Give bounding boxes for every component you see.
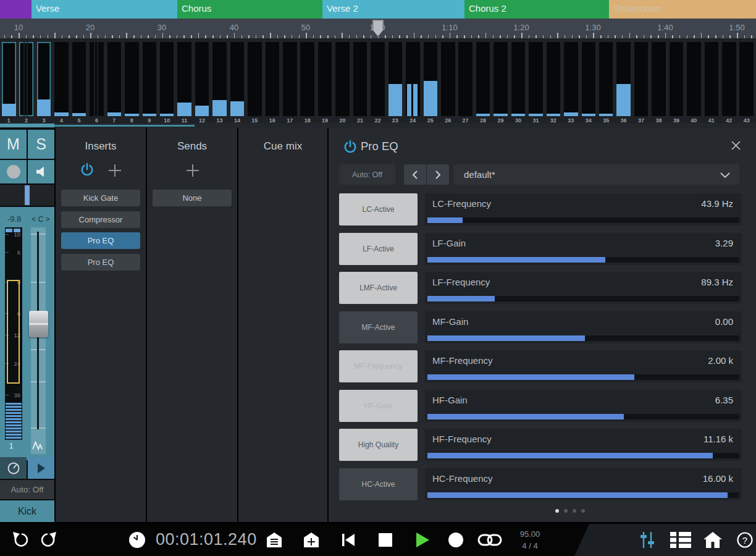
time-display[interactable]: 00:01:01.240 <box>156 530 257 549</box>
overview-bar-column[interactable] <box>371 42 385 116</box>
channel-list-button[interactable] <box>668 524 693 556</box>
param-row[interactable]: HF-Frequency11.16 k <box>425 429 742 461</box>
overview-bar-column[interactable] <box>230 42 245 116</box>
param-slider[interactable] <box>427 296 739 301</box>
play-button[interactable] <box>413 524 432 556</box>
arrangement-section[interactable]: Shakedown <box>609 0 756 19</box>
param-slider[interactable] <box>427 335 739 341</box>
home-button[interactable] <box>700 524 725 556</box>
overview-bar-column[interactable] <box>125 42 139 116</box>
plugin-bypass-button[interactable] <box>343 140 357 157</box>
overview-bar-column[interactable] <box>634 42 649 116</box>
insert-slot-button[interactable]: Compressor <box>61 211 140 228</box>
param-toggle-button[interactable]: High Quality <box>339 429 418 461</box>
overview-bar-column[interactable] <box>388 42 403 116</box>
overview-bar-column[interactable] <box>248 42 262 116</box>
solo-button[interactable]: S <box>28 130 54 159</box>
loop-button[interactable] <box>477 524 503 556</box>
preset-dropdown[interactable]: default* <box>454 164 739 185</box>
overview-bar-column[interactable] <box>564 42 578 116</box>
return-to-start-button[interactable] <box>338 524 358 556</box>
param-row[interactable]: LF-Frequency89.3 Hz <box>425 272 742 304</box>
track-name-button[interactable]: Kick <box>0 500 54 522</box>
param-toggle-button[interactable]: LC-Active <box>339 193 418 225</box>
page-dot[interactable] <box>581 509 585 513</box>
monitor-button[interactable] <box>28 160 54 183</box>
param-row[interactable]: MF-Gain0.00 <box>425 311 742 343</box>
arrangement-marker-lane[interactable]: VerseChorusVerse 2Chorus 2Shakedown <box>0 0 756 19</box>
param-toggle-button[interactable]: LMF-Active <box>339 272 418 304</box>
overview-bar-column[interactable] <box>266 42 280 116</box>
arrangement-section[interactable]: Chorus 2 <box>464 0 609 19</box>
close-plugin-button[interactable] <box>731 140 741 153</box>
overview-bar-column[interactable] <box>90 42 104 116</box>
overview-bar-column[interactable] <box>599 42 613 116</box>
page-dot[interactable] <box>573 509 576 513</box>
arrangement-section[interactable]: Verse <box>32 0 177 19</box>
add-insert-button[interactable] <box>107 163 122 180</box>
pan-handle[interactable] <box>25 185 30 205</box>
overview-bar-column[interactable] <box>511 42 526 116</box>
pan-control[interactable] <box>0 185 54 206</box>
overview-bar-column[interactable] <box>458 42 472 116</box>
overview-bar-column[interactable] <box>670 42 684 116</box>
overview-bar-column[interactable] <box>335 42 350 116</box>
overview-bar-column[interactable] <box>476 42 490 116</box>
overview-bar-column[interactable] <box>353 42 368 116</box>
param-slider[interactable] <box>427 492 739 498</box>
overview-bar-column[interactable] <box>143 42 157 116</box>
send-slot-button[interactable]: None <box>153 190 232 206</box>
overview-bar-column[interactable] <box>582 42 596 116</box>
overview-bar-column[interactable] <box>54 42 69 116</box>
overview-bar-column[interactable] <box>2 42 16 116</box>
arrangement-section[interactable]: Verse 2 <box>322 0 464 19</box>
overview-bar-column[interactable] <box>441 42 455 116</box>
overview-bar-column[interactable] <box>652 42 666 116</box>
overview-bar-column[interactable] <box>283 42 297 116</box>
overview-bar-column[interactable] <box>705 42 719 116</box>
inserts-bypass-button[interactable] <box>80 162 94 180</box>
playhead-marker[interactable] <box>372 20 384 36</box>
overview-scroll-thumb[interactable] <box>0 124 54 127</box>
overview-bar-column[interactable] <box>547 42 561 116</box>
overview-bar-column[interactable] <box>529 42 543 116</box>
channel-play-button[interactable] <box>28 457 54 479</box>
param-slider[interactable] <box>427 257 739 263</box>
param-row[interactable]: MF-Frequency2.00 k <box>425 350 742 382</box>
page-dot[interactable] <box>555 509 559 513</box>
overview-bar-column[interactable] <box>318 42 332 116</box>
overview-bar-column[interactable] <box>739 42 754 116</box>
insert-slot-button[interactable]: Kick Gate <box>61 190 140 206</box>
param-slider[interactable] <box>427 414 739 419</box>
param-row[interactable]: HC-Frequency16.00 k <box>425 468 742 500</box>
param-toggle-button[interactable]: MF-Active <box>339 311 418 343</box>
input-monitor-button[interactable] <box>0 457 27 479</box>
overview-bar-column[interactable] <box>424 42 438 116</box>
redo-button[interactable] <box>36 524 61 556</box>
add-send-button[interactable] <box>185 163 200 180</box>
marker-list-button[interactable] <box>264 524 284 556</box>
tempo-display[interactable]: 95.00 4 / 4 <box>510 528 550 552</box>
overview-bar-column[interactable] <box>177 42 191 116</box>
param-toggle-button[interactable]: MF-Frequency <box>339 350 418 382</box>
record-arm-button[interactable] <box>0 160 27 183</box>
overview-scrollbar[interactable] <box>0 123 756 128</box>
mute-button[interactable]: M <box>0 130 27 159</box>
next-preset-button[interactable] <box>427 164 449 185</box>
timeline-ruler[interactable]: 10203040501:001:101:201:301:401:50 <box>0 19 756 38</box>
overview-bar-column[interactable] <box>687 42 701 116</box>
fader-handle[interactable] <box>29 311 48 337</box>
param-row[interactable]: HF-Gain6.35 <box>425 390 742 422</box>
overview-bar-column[interactable] <box>300 42 314 116</box>
insert-slot-button[interactable]: Pro EQ <box>61 254 140 271</box>
overview-bar-column[interactable] <box>195 42 209 116</box>
page-dot[interactable] <box>564 509 568 513</box>
param-row[interactable]: LF-Gain3.29 <box>425 233 742 265</box>
mixer-view-button[interactable] <box>636 524 658 556</box>
overview-bar-column[interactable] <box>107 42 122 116</box>
overview-bar-column[interactable] <box>72 42 86 116</box>
help-button[interactable]: ? <box>734 524 756 556</box>
param-slider[interactable] <box>427 217 739 223</box>
overview-bar-column[interactable] <box>212 42 227 116</box>
previous-preset-button[interactable] <box>404 164 426 185</box>
